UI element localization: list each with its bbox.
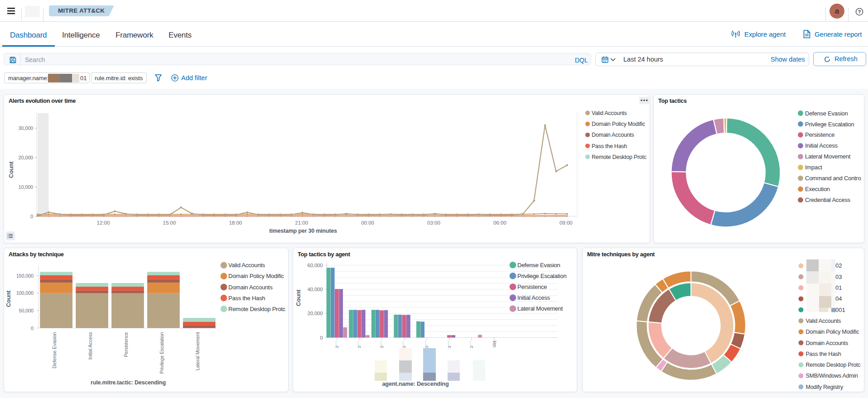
svg-text:30,000: 30,000 [19,125,34,131]
svg-text:06:00: 06:00 [493,220,506,225]
svg-text:Domain Policy Modific: Domain Policy Modific [806,329,859,335]
svg-text:rule.mitre.tactic: Descending: rule.mitre.tactic: Descending [91,379,166,386]
svg-text:01: 01 [835,284,842,291]
svg-text:12:00: 12:00 [97,220,110,225]
svg-text:0: 0 [30,214,33,219]
svg-text:…c: …c [402,341,407,349]
svg-text:Command and Contro: Command and Contro [805,175,861,182]
svg-text:…c: …c [424,341,430,349]
svg-text:150,000: 150,000 [16,273,34,278]
svg-text:40,000: 40,000 [308,287,323,292]
svg-text:60,000: 60,000 [308,263,323,268]
svg-text:SMB/Windows Admin: SMB/Windows Admin [806,373,858,379]
svg-text:04: 04 [835,295,842,302]
svg-text:…c: …c [469,341,475,349]
svg-text:20,000: 20,000 [19,155,34,160]
svg-text:Lateral Movement: Lateral Movement [517,305,563,312]
svg-text:Initial Access: Initial Access [805,142,838,149]
svg-text:Privilege Escalation: Privilege Escalation [805,121,854,128]
svg-text:Domain Accounts: Domain Accounts [592,132,634,138]
svg-text:18:00: 18:00 [229,220,242,225]
svg-text:Privilege Escalation: Privilege Escalation [517,273,566,279]
svg-text:Persistence: Persistence [517,283,547,290]
svg-text:Initial Access: Initial Access [517,294,550,301]
svg-text:Count: Count [8,161,14,178]
svg-text:…c: …c [335,341,340,349]
svg-text:02: 02 [835,262,842,269]
svg-text:Domain Policy Modific: Domain Policy Modific [228,273,284,279]
svg-text:100,000: 100,000 [16,290,34,296]
svg-text:Persistence: Persistence [123,332,129,357]
svg-text:?: ? [858,9,861,14]
svg-text:50,000: 50,000 [19,308,34,313]
svg-text:…c: …c [380,341,385,349]
svg-text:Domain Accounts: Domain Accounts [228,284,273,291]
svg-text:ktn: ktn [492,341,497,348]
svg-text:Defense Evasion: Defense Evasion [52,332,57,368]
svg-text:Pass the Hash: Pass the Hash [592,143,627,149]
svg-text:Remote Desktop Protc: Remote Desktop Protc [228,306,286,312]
svg-text:20,000: 20,000 [308,311,323,316]
svg-text:Count: Count [5,290,12,307]
svg-text:Valid Accounts: Valid Accounts [806,318,841,324]
svg-text:0: 0 [31,326,34,331]
svg-text:timestamp per 30 minutes: timestamp per 30 minutes [269,228,337,234]
svg-text:Lateral Movement: Lateral Movement [195,332,200,370]
svg-text:Modify Registry: Modify Registry [806,384,844,390]
svg-text:09:00: 09:00 [559,220,573,225]
svg-text:Pass the Hash: Pass the Hash [228,295,265,302]
svg-text:03: 03 [835,273,842,280]
svg-text:…c: …c [357,341,362,349]
svg-text:21:00: 21:00 [295,220,308,225]
svg-text:00:00: 00:00 [361,220,374,225]
svg-text:Count: Count [295,289,302,306]
svg-text:10,000: 10,000 [19,184,34,190]
svg-text:…c: …c [447,341,453,349]
svg-text:Credential Access: Credential Access [805,197,851,203]
svg-text:Impact: Impact [805,164,822,171]
svg-text:15:00: 15:00 [163,220,176,225]
svg-text:Remote Desktop Protc: Remote Desktop Protc [592,154,646,160]
svg-text:Defense Evasion: Defense Evasion [517,262,560,269]
svg-text:Valid Accounts: Valid Accounts [228,262,265,269]
svg-text:03:00: 03:00 [427,220,440,225]
svg-text:Execution: Execution [805,186,830,192]
svg-text:0: 0 [320,335,323,340]
svg-text:Domain Policy Modific: Domain Policy Modific [592,121,645,127]
svg-text:Pass the Hash: Pass the Hash [806,351,841,357]
svg-text:Remote Desktop Protc: Remote Desktop Protc [806,362,861,368]
svg-text:Initial Access: Initial Access [87,332,93,360]
svg-text:Privilege Escalation: Privilege Escalation [159,332,164,374]
svg-text:Defense Evasion: Defense Evasion [805,110,848,117]
svg-text:001: 001 [835,307,845,313]
svg-text:Valid Accounts: Valid Accounts [592,110,627,116]
svg-text:Lateral Movement: Lateral Movement [805,153,851,160]
svg-text:Domain Accounts: Domain Accounts [806,340,849,346]
svg-text:Persistence: Persistence [805,131,834,138]
